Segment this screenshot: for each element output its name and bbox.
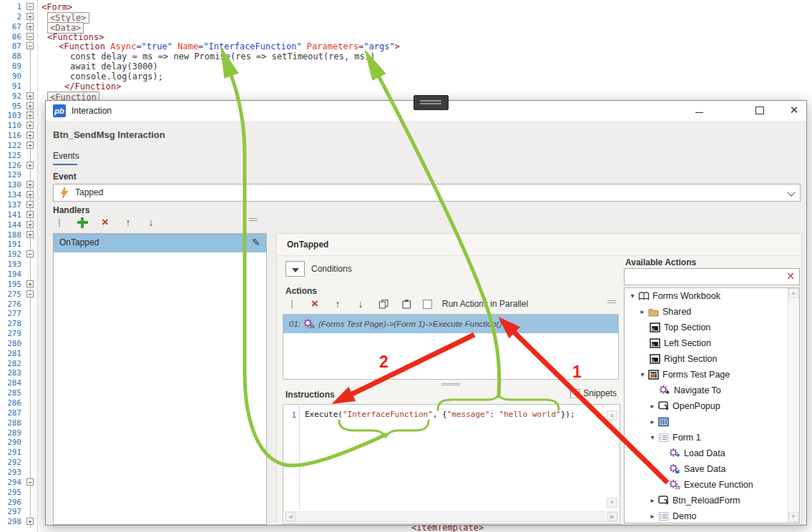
fold-expand-icon[interactable]: + <box>26 280 34 287</box>
grip-icon[interactable] <box>53 216 66 229</box>
tree-item-columns[interactable]: ▸ <box>625 414 799 430</box>
tree-item-demo[interactable]: ▸Demo <box>625 508 799 523</box>
fold-expand-icon[interactable]: + <box>26 518 34 525</box>
copy-icon[interactable] <box>377 297 390 310</box>
fold-collapse-icon[interactable]: − <box>26 290 34 297</box>
minimize-button[interactable] <box>685 101 713 121</box>
handler-item-ontapped[interactable]: OnTapped ✎ <box>54 234 266 252</box>
delete-icon[interactable]: × <box>99 216 112 229</box>
chevron-expanded-icon[interactable]: ▾ <box>647 430 657 445</box>
close-button[interactable]: ✕ <box>780 101 808 121</box>
fold-collapse-icon[interactable]: − <box>26 250 34 257</box>
fold-expand-icon[interactable]: + <box>26 201 34 208</box>
fold-expand-icon[interactable]: + <box>26 191 34 198</box>
tree-item-forms-workbook[interactable]: ▾Forms Workbook <box>625 288 799 304</box>
tree-item-right-section[interactable]: Right Section <box>625 351 799 367</box>
tree-item-btn-reloadform[interactable]: ▸Btn_ReloadForm <box>625 493 799 508</box>
scroll-down-button[interactable]: ▼ <box>788 512 798 522</box>
conditions-expand-button[interactable] <box>285 261 305 277</box>
tree-item-label: Shared <box>662 304 691 320</box>
fold-expand-icon[interactable]: + <box>26 142 34 149</box>
pencil-icon[interactable]: ✎ <box>252 237 260 248</box>
handlers-splitter-handle[interactable] <box>249 218 258 223</box>
instructions-code-editor[interactable]: 1 Execute("InterfaceFunction", {"message… <box>283 404 620 524</box>
tree-item-openpopup[interactable]: ▸OpenPopup <box>625 398 799 414</box>
fold-expand-icon[interactable]: + <box>26 112 34 119</box>
fold-collapse-icon[interactable]: − <box>26 33 34 40</box>
chevron-down-icon[interactable] <box>787 188 795 196</box>
search-input[interactable] <box>627 270 781 285</box>
scroll-up-button[interactable]: ▲ <box>607 410 617 420</box>
fold-expand-icon[interactable]: + <box>26 221 34 228</box>
gutter-row: 280 <box>0 339 37 349</box>
chevron-collapsed-icon[interactable]: ▸ <box>647 493 657 508</box>
move-up-icon[interactable]: ↑ <box>331 297 344 310</box>
popup-window-icon <box>657 401 670 411</box>
tree-item-load-data[interactable]: Load Data <box>625 445 799 461</box>
interaction-dialog: pb Interaction ✕ Btn_SendMsg Interaction… <box>45 100 807 526</box>
scroll-left-button[interactable]: ◀ <box>285 512 295 521</box>
tree-item-forms-test-page[interactable]: ▾Forms Test Page <box>625 367 799 383</box>
add-icon[interactable] <box>76 216 89 229</box>
chevron-collapsed-icon[interactable]: ▸ <box>647 398 657 414</box>
chevron-expanded-icon[interactable]: ▾ <box>637 367 647 383</box>
delete-icon[interactable]: × <box>308 297 321 310</box>
fold-expand-icon[interactable]: + <box>26 211 34 218</box>
parallel-label: Run Actions in Parallel <box>442 299 528 309</box>
fold-expand-icon[interactable]: + <box>26 132 34 139</box>
snippets-button[interactable]: Snippets <box>570 388 617 398</box>
fold-expand-icon[interactable]: + <box>26 23 34 30</box>
code-line: await delay(3000) <box>70 61 158 72</box>
tree-item-navigate-to[interactable]: Navigate To <box>625 383 799 398</box>
tree-item-shared[interactable]: ▸Shared <box>625 304 799 320</box>
fold-expand-icon[interactable]: + <box>26 162 34 169</box>
tree-item-save-data[interactable]: Save Data <box>625 461 799 477</box>
fold-expand-icon[interactable]: + <box>26 181 34 188</box>
line-number: 277 <box>0 309 21 318</box>
window-drag-handle[interactable] <box>414 95 449 110</box>
horizontal-scrollbar[interactable]: ◀ ▶ <box>285 511 618 522</box>
fold-expand-icon[interactable]: + <box>26 92 34 99</box>
columns-icon <box>657 417 670 427</box>
tree-item-left-section[interactable]: Left Section <box>625 335 799 351</box>
line-number: 291 <box>0 448 21 457</box>
scroll-up-button[interactable]: ▲ <box>788 288 798 298</box>
line-number: 294 <box>0 478 21 487</box>
fold-expand-icon[interactable]: + <box>26 122 34 129</box>
event-dropdown[interactable]: Tapped <box>53 184 801 202</box>
tree-item-label: Demo <box>672 508 696 523</box>
available-actions-search[interactable]: ✕ <box>624 268 800 285</box>
fold-expand-icon[interactable]: + <box>26 102 34 109</box>
action-index: 01: <box>289 320 300 328</box>
actions-splitter-handle[interactable] <box>607 300 616 305</box>
fold-expand-icon[interactable]: + <box>26 13 34 20</box>
tree-item-execute-function[interactable]: fxExecute Function <box>625 477 799 493</box>
paste-icon[interactable] <box>400 297 413 310</box>
line-number: 137 <box>0 200 21 210</box>
chevron-expanded-icon[interactable]: ▾ <box>627 288 637 304</box>
run-actions-in-parallel-checkbox[interactable] <box>423 300 432 309</box>
chevron-collapsed-icon[interactable]: ▸ <box>647 414 657 430</box>
panel-splitter-handle[interactable] <box>283 383 619 388</box>
tree-item-form-1[interactable]: ▾Form 1 <box>625 430 799 445</box>
maximize-button[interactable] <box>745 101 774 121</box>
actions-label: Actions <box>285 286 317 296</box>
chevron-collapsed-icon[interactable]: ▸ <box>647 508 657 523</box>
grip-icon[interactable] <box>285 297 298 310</box>
tree-item-top-section[interactable]: Top Section <box>625 320 799 335</box>
move-up-icon[interactable]: ↑ <box>122 216 134 229</box>
move-down-icon[interactable]: ↓ <box>354 297 367 310</box>
tree-scrollbar[interactable]: ▲ ▼ <box>788 288 799 523</box>
handle-line <box>420 100 441 102</box>
move-down-icon[interactable]: ↓ <box>145 216 157 229</box>
scroll-down-button[interactable]: ▼ <box>607 498 617 508</box>
tab-events[interactable]: Events <box>53 151 79 161</box>
fold-collapse-icon[interactable]: − <box>26 42 34 49</box>
fold-collapse-icon[interactable]: − <box>26 3 34 10</box>
fold-expand-icon[interactable]: + <box>26 231 34 238</box>
chevron-collapsed-icon[interactable]: ▸ <box>637 304 647 320</box>
scroll-right-button[interactable]: ▶ <box>607 512 617 521</box>
clear-search-icon[interactable]: ✕ <box>786 270 795 282</box>
action-row-execute-function[interactable]: 01: fx (Forms Test Page)->(Form 1)->Exec… <box>283 315 618 333</box>
fold-collapse-icon[interactable]: − <box>26 478 34 486</box>
